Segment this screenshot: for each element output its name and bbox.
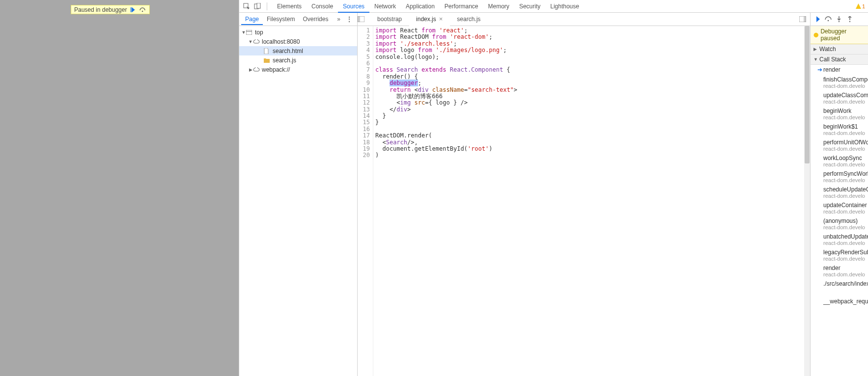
code-content[interactable]: import React from 'react';import ReactDO…	[373, 26, 810, 376]
code-line[interactable]: class Search extends React.Component {	[375, 67, 810, 73]
code-line[interactable]: return <div className="search-text">	[375, 87, 810, 93]
tab-security[interactable]: Security	[514, 0, 545, 12]
close-tab-icon[interactable]: ×	[439, 15, 443, 23]
tab-application[interactable]: Application	[401, 0, 440, 12]
step-into-button[interactable]	[835, 15, 843, 23]
line-number[interactable]: 20	[358, 152, 370, 159]
code-line[interactable]: console.log(logo);	[375, 54, 810, 60]
stack-frame[interactable]: beginWorkreact-dom.develo	[811, 106, 868, 122]
callstack-panel-header[interactable]: ▼ Call Stack	[811, 54, 868, 65]
toggle-debugger-icon[interactable]	[795, 16, 810, 22]
tree-item[interactable]: search.html	[239, 46, 357, 55]
stack-frame[interactable]: legacyRenderSubtrreact-dom.develo	[811, 247, 868, 263]
line-number[interactable]: 17	[358, 133, 370, 139]
code-line[interactable]: <Search/>,	[375, 139, 810, 146]
line-number[interactable]: 14	[358, 113, 370, 119]
stack-frame[interactable]: unbatchedUpdatesreact-dom.develo	[811, 232, 868, 247]
tab-network[interactable]: Network	[369, 0, 401, 12]
callstack-list[interactable]: ➔renderfinishClassComponreact-dom.develo…	[811, 65, 868, 376]
scrollbar-thumb[interactable]	[805, 26, 810, 163]
tree-item[interactable]: ▼top	[239, 27, 357, 37]
code-line[interactable]: import ReactDOM from 'react-dom';	[375, 34, 810, 40]
watch-panel-header[interactable]: ▶ Watch	[811, 44, 868, 54]
tree-item[interactable]: ▼localhost:8080	[239, 37, 357, 46]
line-number[interactable]: 15	[358, 119, 370, 126]
inspect-icon[interactable]	[242, 2, 251, 11]
step-over-button[interactable]	[824, 15, 832, 23]
line-number[interactable]: 13	[358, 107, 370, 113]
code-line[interactable]: debugger;	[375, 80, 810, 86]
line-number[interactable]: 19	[358, 146, 370, 152]
code-line[interactable]: import logo from './images/logo.png';	[375, 47, 810, 54]
stack-frame[interactable]: ➔render	[811, 65, 868, 75]
line-number[interactable]: 12	[358, 100, 370, 106]
code-editor[interactable]: 1234567891011121314151617181920 import R…	[358, 26, 810, 376]
navtab-page[interactable]: Page	[241, 13, 263, 25]
code-line[interactable]: render() {	[375, 74, 810, 80]
editor-tab[interactable]: search.js	[450, 13, 488, 26]
code-line[interactable]: }	[375, 119, 810, 126]
code-line[interactable]: }	[375, 113, 810, 119]
stack-frame[interactable]: scheduleUpdateOnreact-dom.develo	[811, 185, 868, 200]
line-number[interactable]: 1	[358, 27, 370, 34]
line-number[interactable]: 2	[358, 34, 370, 40]
stack-frame[interactable]: workLoopSyncreact-dom.develo	[811, 153, 868, 169]
code-line[interactable]: )	[375, 152, 810, 159]
stack-frame[interactable]: performUnitOfWorreact-dom.develo	[811, 137, 868, 153]
step-over-icon[interactable]	[139, 6, 146, 14]
line-number[interactable]: 7	[358, 67, 370, 73]
stack-frame[interactable]: updateContainerreact-dom.develo	[811, 200, 868, 216]
code-line[interactable]	[375, 60, 810, 67]
resume-button[interactable]	[813, 15, 821, 23]
stack-frame[interactable]: updateClassComporeact-dom.develo	[811, 90, 868, 106]
line-number[interactable]: 4	[358, 47, 370, 54]
stack-frame[interactable]: __webpack_require	[811, 296, 868, 306]
tab-sources[interactable]: Sources	[338, 0, 369, 13]
device-icon[interactable]	[253, 2, 262, 11]
code-line[interactable]: ReactDOM.render(	[375, 133, 810, 139]
editor-tab[interactable]: index.js×	[409, 13, 450, 26]
toggle-navigator-icon[interactable]	[358, 16, 370, 22]
tree-item[interactable]: ▶webpack://	[239, 65, 357, 74]
kebab-menu-icon[interactable]: ⋮	[343, 16, 355, 23]
step-out-button[interactable]	[846, 15, 854, 23]
resume-icon[interactable]	[129, 6, 137, 14]
stack-frame[interactable]: beginWork$1react-dom.develo	[811, 122, 868, 137]
line-number[interactable]: 10	[358, 87, 370, 93]
code-line[interactable]: <img src={ logo } />	[375, 100, 810, 106]
stack-frame[interactable]	[811, 289, 868, 296]
line-number[interactable]: 18	[358, 139, 370, 146]
code-line[interactable]: 凯小默的博客666	[375, 93, 810, 100]
navtab-overrides[interactable]: Overrides	[299, 13, 332, 25]
tab-performance[interactable]: Performance	[440, 0, 483, 12]
line-number[interactable]: 6	[358, 60, 370, 67]
line-number[interactable]: 3	[358, 41, 370, 47]
code-line[interactable]: import React from 'react';	[375, 27, 810, 34]
stack-frame[interactable]: performSyncWorkCreact-dom.develo	[811, 169, 868, 185]
tab-memory[interactable]: Memory	[483, 0, 514, 12]
file-tree[interactable]: ▼top▼localhost:8080search.htmlsearch.js▶…	[239, 26, 357, 376]
stack-frame[interactable]: renderreact-dom.develo	[811, 263, 868, 279]
line-number[interactable]: 11	[358, 93, 370, 100]
code-line[interactable]: </div>	[375, 107, 810, 113]
stack-frame[interactable]: finishClassComponreact-dom.develo	[811, 75, 868, 90]
tab-elements[interactable]: Elements	[272, 0, 307, 12]
editor-scrollbar[interactable]	[804, 26, 810, 376]
line-number[interactable]: 9	[358, 80, 370, 86]
stack-frame[interactable]: ./src/search/index.j	[811, 279, 868, 289]
tree-item[interactable]: search.js	[239, 55, 357, 65]
code-line[interactable]: document.getElementById('root')	[375, 146, 810, 152]
warning-badge[interactable]: 1	[856, 3, 865, 9]
line-number[interactable]: 5	[358, 54, 370, 60]
editor-tab[interactable]: bootstrap	[370, 13, 409, 26]
line-gutter[interactable]: 1234567891011121314151617181920	[358, 26, 373, 376]
more-tabs-icon[interactable]: »	[335, 16, 342, 23]
navtab-filesystem[interactable]: Filesystem	[263, 13, 299, 25]
tab-console[interactable]: Console	[307, 0, 338, 12]
stack-frame[interactable]: (anonymous)react-dom.develo	[811, 216, 868, 232]
line-number[interactable]: 8	[358, 74, 370, 80]
code-line[interactable]: import './search.less';	[375, 41, 810, 47]
tab-lighthouse[interactable]: Lighthouse	[545, 0, 584, 12]
line-number[interactable]: 16	[358, 126, 370, 133]
code-line[interactable]	[375, 126, 810, 133]
